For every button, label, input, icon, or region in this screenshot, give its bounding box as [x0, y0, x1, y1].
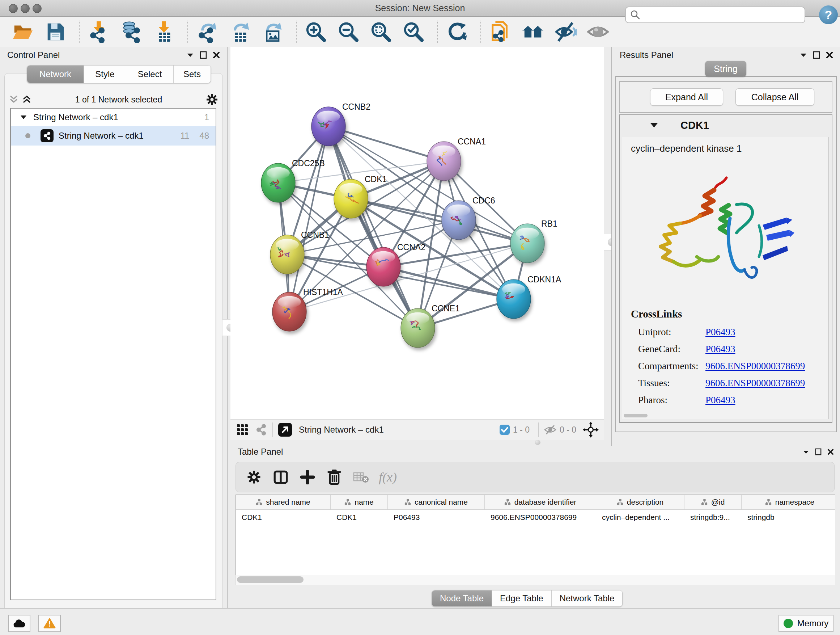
search-box[interactable] — [625, 6, 805, 23]
table-hscrollbar[interactable] — [235, 575, 835, 585]
network-node-cdc6[interactable] — [442, 201, 476, 240]
network-node-cdk1[interactable] — [334, 179, 368, 218]
expand-all-button[interactable]: Expand All — [650, 88, 723, 106]
birds-eye-view-icon[interactable] — [278, 423, 292, 437]
table-hscroll-thumb[interactable] — [237, 576, 303, 583]
grid-view-icon[interactable] — [236, 424, 248, 436]
cloud-status-button[interactable] — [8, 615, 30, 632]
zoom-out-icon[interactable] — [336, 20, 360, 44]
collapse-all-button[interactable]: Collapse All — [736, 88, 814, 106]
string-import-icon[interactable] — [488, 20, 512, 44]
fit-content-crosshair-icon[interactable] — [583, 422, 599, 438]
share-view-icon[interactable] — [255, 424, 267, 436]
panel-float-icon[interactable] — [813, 51, 820, 59]
hidden-eye-icon[interactable] — [544, 424, 557, 435]
network-row-selected[interactable]: String Network – cdk1 11 48 — [11, 126, 216, 146]
network-options-gear-icon[interactable] — [205, 93, 218, 106]
cell-shared-name[interactable]: CDK1 — [236, 510, 331, 524]
results-hscroll-thumb[interactable] — [624, 414, 647, 417]
cell-canonical-name[interactable]: P06493 — [388, 510, 485, 524]
network-node-ccna1[interactable] — [427, 141, 461, 181]
panel-float-icon[interactable] — [815, 448, 821, 455]
network-node-hist1h1a[interactable] — [272, 292, 306, 331]
column-header[interactable]: shared name — [236, 495, 331, 509]
show-columns-icon[interactable] — [271, 467, 291, 487]
string-network-graph[interactable]: CCNB2CCNA1CDC25BCDK1CDC6RB1CCNB1CCNA2CDK… — [231, 47, 604, 419]
pharos-link[interactable]: P06493 — [706, 394, 736, 406]
show-hide-panels-icon[interactable] — [554, 20, 577, 44]
search-input[interactable] — [644, 10, 805, 20]
add-column-icon[interactable] — [297, 467, 317, 487]
column-header[interactable]: namespace — [742, 495, 835, 509]
column-header[interactable]: canonical name — [388, 495, 485, 509]
help-button[interactable]: ? — [819, 5, 838, 24]
tab-sets[interactable]: Sets — [174, 65, 210, 83]
tab-node-table[interactable]: Node Table — [432, 591, 492, 606]
network-node-rb1[interactable] — [510, 224, 545, 263]
panel-menu-icon[interactable] — [803, 450, 809, 454]
zoom-in-icon[interactable] — [304, 20, 328, 44]
expand-all-icon[interactable] — [22, 94, 32, 105]
delete-column-icon[interactable] — [324, 467, 344, 487]
export-image-icon[interactable] — [261, 20, 284, 44]
preview-eye-icon[interactable] — [586, 20, 610, 44]
cell-database-identifier[interactable]: 9606.ENSP00000378699 — [485, 510, 596, 524]
bottom-splitter-handle[interactable] — [531, 440, 544, 445]
warning-status-button[interactable] — [38, 615, 61, 632]
table-options-gear-icon[interactable] — [244, 467, 264, 487]
compartments-link[interactable]: 9606.ENSP00000378699 — [706, 361, 805, 372]
network-canvas[interactable]: CCNB2CCNA1CDC25BCDK1CDC6RB1CCNB1CCNA2CDK… — [231, 47, 604, 419]
selected-checkbox-icon[interactable] — [499, 424, 510, 435]
node-result-header[interactable]: CDK1 — [620, 115, 832, 135]
import-table-icon[interactable] — [152, 20, 176, 44]
network-collection-row[interactable]: String Network – cdk1 1 — [11, 109, 216, 126]
zoom-fit-icon[interactable] — [369, 20, 393, 44]
panel-float-icon[interactable] — [200, 51, 207, 59]
network-node-ccna2[interactable] — [366, 247, 401, 287]
home-icon[interactable] — [521, 20, 545, 44]
tab-network[interactable]: Network — [27, 65, 84, 83]
node-table[interactable]: shared name name canonical name database… — [235, 494, 835, 576]
memory-button[interactable]: Memory — [778, 615, 834, 632]
column-header[interactable]: name — [331, 495, 388, 509]
export-table-icon[interactable] — [228, 20, 252, 44]
panel-menu-icon[interactable] — [800, 52, 807, 57]
import-network-from-database-icon[interactable] — [119, 20, 143, 44]
node-label-rb1: RB1 — [541, 219, 557, 228]
network-node-ccnb2[interactable] — [311, 107, 346, 146]
tab-select[interactable]: Select — [126, 65, 174, 83]
section-collapse-icon[interactable] — [650, 122, 658, 128]
tab-style[interactable]: Style — [84, 65, 126, 83]
tree-expand-icon[interactable] — [20, 115, 27, 120]
tab-network-table[interactable]: Network Table — [552, 591, 622, 606]
zoom-selected-icon[interactable] — [401, 20, 425, 44]
cell-description[interactable]: cyclin–dependent ... — [596, 510, 684, 524]
cell-id[interactable]: stringdb:9... — [684, 510, 742, 524]
export-network-icon[interactable] — [195, 20, 219, 44]
column-header[interactable]: @id — [684, 495, 742, 509]
column-header[interactable]: description — [596, 495, 684, 509]
genecard-link[interactable]: P06493 — [706, 344, 736, 355]
tab-string[interactable]: String — [705, 61, 746, 77]
import-network-from-file-icon[interactable] — [87, 20, 111, 44]
network-node-ccnb1[interactable] — [270, 235, 304, 274]
panel-close-icon[interactable] — [213, 51, 220, 59]
network-node-ccne1[interactable] — [401, 309, 435, 348]
cell-namespace[interactable]: stringdb — [742, 510, 835, 524]
tissues-link[interactable]: 9606.ENSP00000378699 — [706, 378, 805, 389]
network-list: String Network – cdk1 1 String Network –… — [10, 108, 216, 600]
panel-close-icon[interactable] — [826, 51, 833, 59]
tab-edge-table[interactable]: Edge Table — [492, 591, 552, 606]
collapse-all-icon[interactable] — [9, 94, 19, 105]
uniprot-link[interactable]: P06493 — [706, 326, 736, 338]
cell-name[interactable]: CDK1 — [331, 510, 388, 524]
network-node-cdc25b[interactable] — [261, 163, 295, 203]
open-session-icon[interactable] — [11, 20, 35, 44]
panel-menu-icon[interactable] — [187, 52, 194, 57]
table-row[interactable]: CDK1 CDK1 P06493 9606.ENSP00000378699 cy… — [236, 510, 835, 524]
panel-close-icon[interactable] — [827, 448, 834, 455]
save-session-icon[interactable] — [43, 20, 67, 44]
network-node-cdkn1a[interactable] — [497, 279, 531, 318]
refresh-icon[interactable] — [445, 20, 469, 44]
column-header[interactable]: database identifier — [485, 495, 596, 509]
